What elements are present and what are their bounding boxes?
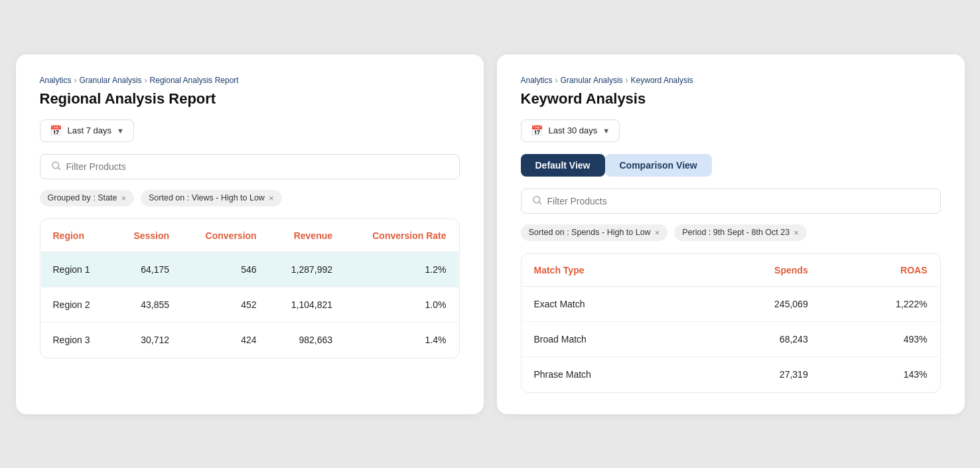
right-filter-tags: Sorted on : Spends - High to Low × Perio… bbox=[521, 224, 941, 241]
col-conversion: Conversion bbox=[181, 219, 269, 252]
cell-region: Region 1 bbox=[40, 252, 112, 287]
cell-revenue: 1,287,992 bbox=[269, 252, 344, 287]
col-revenue: Revenue bbox=[269, 219, 344, 252]
right-table-header-row: Match Type Spends ROAS bbox=[522, 254, 940, 286]
left-breadcrumb: Analytics › Granular Analysis › Regional… bbox=[40, 76, 460, 85]
left-tag-sorted: Sorted on : Views - High to Low × bbox=[141, 190, 281, 206]
col-conv-rate: Conversion Rate bbox=[344, 219, 458, 252]
col-match-type: Match Type bbox=[522, 254, 697, 286]
right-search-icon bbox=[532, 195, 542, 207]
col-roas: ROAS bbox=[820, 254, 940, 286]
cell-rate: 1.0% bbox=[344, 287, 458, 322]
right-tag-sorted-close[interactable]: × bbox=[655, 228, 660, 238]
view-toggle: Default View Comparison View bbox=[521, 154, 941, 177]
left-table-row: Region 3 30,712 424 982,663 1.4% bbox=[40, 322, 458, 357]
left-table-row: Region 1 64,175 546 1,287,992 1.2% bbox=[40, 252, 458, 287]
cell-conversion: 424 bbox=[181, 322, 269, 357]
left-tag-grouped: Grouped by : State × bbox=[40, 190, 135, 206]
cell-rate: 1.4% bbox=[344, 322, 458, 357]
right-search-input[interactable] bbox=[547, 196, 930, 206]
svg-line-3 bbox=[539, 202, 541, 204]
breadcrumb-report: Regional Analysis Report bbox=[150, 76, 239, 85]
left-table-row: Region 2 43,855 452 1,104,821 1.0% bbox=[40, 287, 458, 322]
cell-rate: 1.2% bbox=[344, 252, 458, 287]
cell-revenue: 1,104,821 bbox=[269, 287, 344, 322]
col-region: Region bbox=[40, 219, 112, 252]
left-panel: Analytics › Granular Analysis › Regional… bbox=[16, 54, 484, 414]
left-tag-grouped-close[interactable]: × bbox=[121, 193, 126, 203]
left-table-header-row: Region Session Conversion Revenue Conver… bbox=[40, 219, 458, 252]
left-tag-sorted-label: Sorted on : Views - High to Low bbox=[149, 193, 265, 202]
right-panel: Analytics › Granular Analysis › Keyword … bbox=[497, 54, 965, 414]
cell-spends: 68,243 bbox=[697, 321, 820, 356]
left-calendar-icon: 📅 bbox=[50, 125, 62, 137]
cell-match-type: Phrase Match bbox=[522, 356, 697, 392]
right-table: Match Type Spends ROAS Exact Match 245,0… bbox=[522, 254, 940, 392]
left-page-title: Regional Analysis Report bbox=[40, 90, 460, 108]
right-search-bar bbox=[521, 189, 941, 214]
right-breadcrumb-sep-1: › bbox=[555, 76, 558, 85]
cell-session: 64,175 bbox=[112, 252, 181, 287]
right-date-label: Last 30 days bbox=[549, 125, 598, 135]
right-table-wrapper: Match Type Spends ROAS Exact Match 245,0… bbox=[521, 253, 941, 393]
main-container: Analytics › Granular Analysis › Regional… bbox=[16, 54, 965, 414]
right-table-row: Broad Match 68,243 493% bbox=[522, 321, 940, 356]
right-breadcrumb-granular[interactable]: Granular Analysis bbox=[561, 76, 623, 85]
right-chevron-icon: ▼ bbox=[602, 127, 610, 135]
cell-roas: 1,222% bbox=[820, 286, 940, 321]
right-tag-period: Period : 9th Sept - 8th Oct 23 × bbox=[674, 224, 807, 241]
col-session: Session bbox=[112, 219, 181, 252]
right-calendar-icon: 📅 bbox=[531, 125, 543, 137]
default-view-button[interactable]: Default View bbox=[521, 154, 605, 177]
cell-conversion: 452 bbox=[181, 287, 269, 322]
cell-roas: 143% bbox=[820, 356, 940, 392]
cell-session: 30,712 bbox=[112, 322, 181, 357]
breadcrumb-sep-2: › bbox=[145, 76, 147, 85]
left-table-wrapper: Region Session Conversion Revenue Conver… bbox=[40, 218, 460, 358]
cell-conversion: 546 bbox=[181, 252, 269, 287]
right-date-picker[interactable]: 📅 Last 30 days ▼ bbox=[521, 119, 620, 142]
cell-session: 43,855 bbox=[112, 287, 181, 322]
right-breadcrumb-sep-2: › bbox=[626, 76, 628, 85]
left-tag-sorted-close[interactable]: × bbox=[269, 193, 274, 203]
left-search-input[interactable] bbox=[66, 161, 449, 172]
left-table: Region Session Conversion Revenue Conver… bbox=[40, 219, 459, 358]
cell-match-type: Exact Match bbox=[522, 286, 697, 321]
breadcrumb-sep-1: › bbox=[74, 76, 77, 85]
left-chevron-icon: ▼ bbox=[117, 127, 124, 135]
cell-roas: 493% bbox=[820, 321, 940, 356]
right-table-row: Exact Match 245,069 1,222% bbox=[522, 286, 940, 321]
cell-region: Region 3 bbox=[40, 322, 112, 357]
cell-revenue: 982,663 bbox=[269, 322, 344, 357]
right-tag-period-label: Period : 9th Sept - 8th Oct 23 bbox=[682, 228, 790, 237]
right-breadcrumb-analytics[interactable]: Analytics bbox=[521, 76, 553, 85]
left-search-icon bbox=[51, 161, 61, 173]
right-breadcrumb-keyword: Keyword Analysis bbox=[631, 76, 693, 85]
right-breadcrumb: Analytics › Granular Analysis › Keyword … bbox=[521, 76, 941, 85]
left-date-picker[interactable]: 📅 Last 7 days ▼ bbox=[40, 119, 134, 142]
cell-spends: 27,319 bbox=[697, 356, 820, 392]
left-tag-grouped-label: Grouped by : State bbox=[48, 193, 117, 202]
left-search-bar bbox=[40, 154, 460, 179]
cell-spends: 245,069 bbox=[697, 286, 820, 321]
right-tag-sorted-label: Sorted on : Spends - High to Low bbox=[529, 228, 651, 237]
right-tag-period-close[interactable]: × bbox=[794, 228, 799, 238]
right-page-title: Keyword Analysis bbox=[521, 90, 941, 108]
left-filter-tags: Grouped by : State × Sorted on : Views -… bbox=[40, 190, 460, 206]
breadcrumb-analytics[interactable]: Analytics bbox=[40, 76, 72, 85]
breadcrumb-granular[interactable]: Granular Analysis bbox=[80, 76, 142, 85]
comparison-view-button[interactable]: Comparison View bbox=[605, 154, 712, 177]
svg-line-1 bbox=[58, 167, 60, 169]
cell-match-type: Broad Match bbox=[522, 321, 697, 356]
col-spends: Spends bbox=[697, 254, 820, 286]
right-table-row: Phrase Match 27,319 143% bbox=[522, 356, 940, 392]
right-tag-sorted: Sorted on : Spends - High to Low × bbox=[521, 224, 668, 241]
left-date-label: Last 7 days bbox=[68, 125, 112, 135]
cell-region: Region 2 bbox=[40, 287, 112, 322]
